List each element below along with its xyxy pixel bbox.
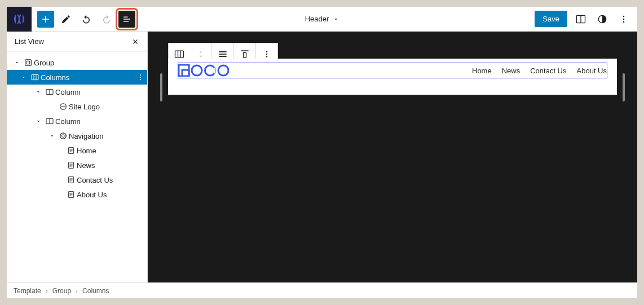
columns-icon — [29, 73, 41, 82]
group-icon — [23, 58, 34, 67]
navigation-icon — [58, 131, 69, 140]
close-sidebar-button[interactable] — [131, 38, 139, 46]
columns-icon — [174, 48, 185, 60]
resize-handle-left[interactable] — [160, 73, 162, 101]
tree-label: About Us — [77, 191, 147, 199]
options-button[interactable] — [616, 11, 632, 27]
block-move-button[interactable] — [190, 50, 211, 59]
align-icon — [217, 48, 228, 60]
breadcrumb: Template › Group › Columns — [7, 282, 637, 298]
chevron-down-icon — [49, 133, 55, 139]
nav-link-news[interactable]: News — [502, 67, 521, 75]
list-view-sidebar: List View Group Columns — [7, 32, 148, 282]
tree-item-column[interactable]: Column — [7, 114, 147, 129]
tree-label: Group — [34, 59, 147, 67]
page-icon — [65, 190, 77, 199]
svg-point-23 — [60, 133, 67, 139]
block-options-button[interactable] — [256, 49, 277, 59]
svg-point-15 — [140, 77, 141, 78]
svg-rect-43 — [219, 51, 226, 52]
toolbar-left-group — [32, 11, 135, 28]
add-block-button[interactable] — [37, 11, 54, 28]
more-vertical-icon — [618, 14, 629, 25]
svg-rect-44 — [219, 54, 226, 55]
tree-item-options[interactable] — [134, 73, 147, 82]
site-logo-mark[interactable] — [7, 7, 32, 32]
block-tree: Group Columns Column Site Logo — [7, 52, 147, 205]
list-view-button[interactable] — [118, 11, 135, 28]
logo-glyphs-icon — [178, 64, 229, 77]
save-button[interactable]: Save — [535, 11, 567, 27]
move-updown-icon — [196, 50, 205, 59]
tree-toggle[interactable] — [18, 74, 29, 80]
header-block[interactable]: Home News Contact Us About Us — [168, 59, 617, 95]
svg-point-7 — [623, 18, 625, 20]
tree-item-group[interactable]: Group — [7, 55, 147, 70]
breadcrumb-separator: › — [46, 287, 48, 295]
tree-toggle[interactable] — [46, 133, 58, 139]
chevron-down-icon — [332, 16, 339, 23]
svg-rect-2 — [123, 21, 129, 22]
nav-link-about[interactable]: About Us — [577, 67, 607, 75]
breadcrumb-separator: › — [76, 287, 78, 295]
main-area: List View Group Columns — [7, 32, 637, 282]
svg-rect-45 — [219, 56, 226, 57]
edit-mode-button[interactable] — [58, 11, 74, 28]
tree-label: Home — [77, 147, 147, 155]
breadcrumb-item[interactable]: Template — [14, 287, 41, 295]
svg-point-16 — [140, 79, 141, 80]
svg-rect-46 — [241, 50, 248, 51]
view-button[interactable] — [573, 11, 589, 27]
editor-canvas[interactable]: Home News Contact Us About Us — [148, 32, 637, 282]
site-logo-block[interactable] — [178, 64, 229, 77]
page-icon — [65, 161, 77, 170]
tree-item-column[interactable]: Column — [7, 85, 147, 99]
tree-item-nav-about[interactable]: About Us — [7, 187, 147, 202]
tree-item-navigation[interactable]: Navigation — [7, 129, 147, 143]
document-title-dropdown[interactable]: Header — [305, 15, 339, 23]
undo-icon — [81, 14, 91, 24]
svg-point-8 — [623, 21, 625, 23]
tree-item-nav-news[interactable]: News — [7, 158, 147, 173]
column-icon — [44, 117, 55, 126]
list-view-icon — [122, 14, 132, 24]
block-vertical-align-button[interactable] — [234, 48, 255, 60]
svg-point-48 — [266, 51, 267, 52]
tree-item-columns[interactable]: Columns — [7, 70, 147, 85]
breadcrumb-item[interactable]: Group — [52, 287, 71, 295]
svg-point-55 — [205, 65, 215, 76]
site-logo-icon — [58, 102, 69, 111]
svg-rect-52 — [182, 70, 189, 76]
navigation-block[interactable]: Home News Contact Us About Us — [472, 67, 607, 75]
tree-label: News — [77, 161, 147, 170]
tree-toggle[interactable] — [33, 118, 44, 124]
tree-item-nav-contact[interactable]: Contact Us — [7, 173, 147, 187]
block-align-button[interactable] — [212, 48, 233, 60]
undo-button[interactable] — [78, 11, 95, 28]
svg-point-54 — [192, 65, 202, 76]
top-toolbar: Header Save — [7, 7, 637, 32]
resize-handle-right[interactable] — [623, 73, 625, 101]
tree-toggle[interactable] — [33, 89, 44, 95]
styles-button[interactable] — [594, 11, 610, 27]
svg-rect-1 — [123, 19, 130, 20]
chevron-down-icon — [21, 74, 27, 80]
tree-item-site-logo[interactable]: Site Logo — [7, 99, 147, 114]
redo-button[interactable] — [98, 11, 115, 28]
page-icon — [65, 146, 77, 155]
svg-point-49 — [266, 54, 267, 55]
pencil-icon — [61, 14, 71, 24]
breadcrumb-item[interactable]: Columns — [82, 287, 109, 295]
tree-toggle[interactable] — [11, 60, 23, 65]
svg-rect-10 — [27, 61, 29, 64]
app-frame: Header Save List View — [7, 7, 637, 298]
svg-rect-40 — [175, 51, 184, 58]
chevron-down-icon — [14, 60, 20, 65]
tree-item-nav-home[interactable]: Home — [7, 143, 147, 158]
nav-link-contact[interactable]: Contact Us — [530, 67, 566, 75]
svg-rect-11 — [32, 74, 38, 79]
nav-link-home[interactable]: Home — [472, 67, 492, 75]
svg-rect-9 — [25, 60, 32, 66]
columns-block[interactable]: Home News Contact Us About Us — [178, 63, 607, 78]
block-type-button[interactable] — [169, 48, 190, 60]
